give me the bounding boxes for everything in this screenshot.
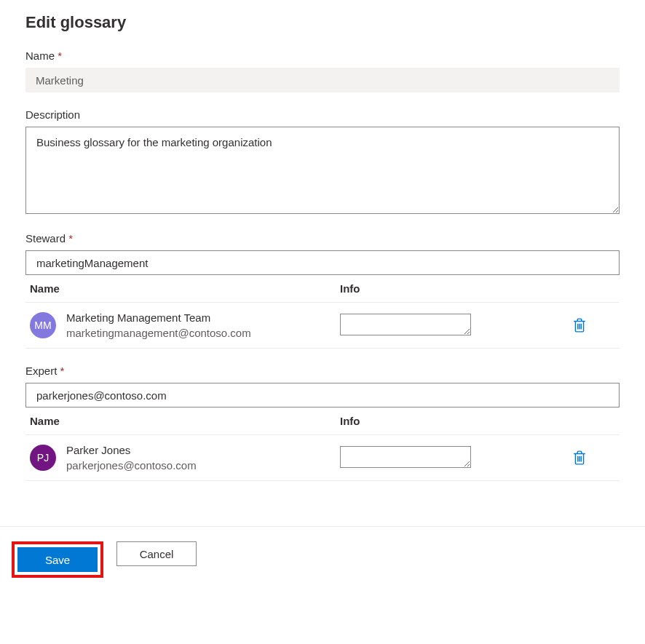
name-field: Name xyxy=(25,49,620,92)
page-title: Edit glossary xyxy=(25,13,620,32)
cancel-button[interactable]: Cancel xyxy=(116,541,197,566)
steward-email: marketingmanagement@contoso.com xyxy=(66,325,251,341)
steward-info-input[interactable] xyxy=(340,314,471,335)
save-highlight: Save xyxy=(12,541,103,578)
expert-table-header: Name Info xyxy=(25,408,620,435)
expert-field: Expert Name Info PJ Parker Jones parkerj… xyxy=(25,365,620,481)
expert-col-info: Info xyxy=(340,415,544,427)
footer: Save Cancel xyxy=(0,526,645,592)
description-field: Description Business glossary for the ma… xyxy=(25,108,620,216)
steward-field: Steward Name Info MM Marketing Managemen… xyxy=(25,232,620,349)
trash-icon xyxy=(573,450,586,465)
trash-icon xyxy=(573,318,586,333)
steward-table-header: Name Info xyxy=(25,275,620,303)
expert-label: Expert xyxy=(25,365,620,377)
expert-email: parkerjones@contoso.com xyxy=(66,458,197,473)
expert-info-input[interactable] xyxy=(340,446,471,468)
steward-label: Steward xyxy=(25,232,620,245)
expert-display-name: Parker Jones xyxy=(66,442,197,458)
avatar: MM xyxy=(30,312,56,338)
steward-table: Name Info MM Marketing Management Team m… xyxy=(25,275,620,349)
delete-expert-button[interactable] xyxy=(569,446,590,469)
steward-display-name: Marketing Management Team xyxy=(66,310,251,325)
expert-search-input[interactable] xyxy=(25,383,620,408)
steward-search-input[interactable] xyxy=(25,250,620,275)
avatar: PJ xyxy=(30,445,56,471)
steward-col-info: Info xyxy=(340,282,544,295)
description-input[interactable]: Business glossary for the marketing orga… xyxy=(25,127,620,214)
table-row: PJ Parker Jones parkerjones@contoso.com xyxy=(25,435,620,481)
name-input xyxy=(25,68,620,92)
description-label: Description xyxy=(25,108,620,121)
delete-steward-button[interactable] xyxy=(569,314,590,337)
expert-table: Name Info PJ Parker Jones parkerjones@co… xyxy=(25,408,620,481)
table-row: MM Marketing Management Team marketingma… xyxy=(25,303,620,349)
save-button[interactable]: Save xyxy=(17,547,98,572)
expert-col-name: Name xyxy=(30,415,340,427)
name-label: Name xyxy=(25,49,620,62)
steward-col-name: Name xyxy=(30,282,340,295)
